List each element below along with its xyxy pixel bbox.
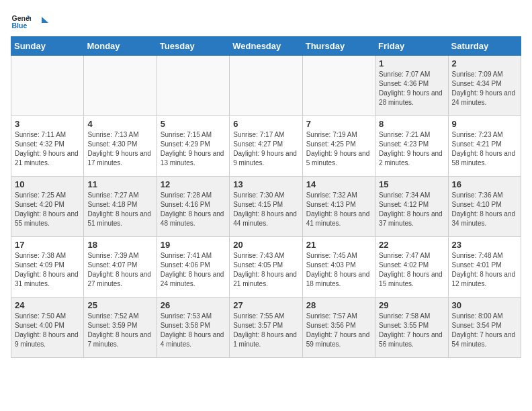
day-info: Sunrise: 7:19 AM Sunset: 4:25 PM Dayligh… [306,130,371,168]
calendar-day-cell: 3Sunrise: 7:11 AM Sunset: 4:32 PM Daylig… [11,116,84,177]
calendar-header-cell: Saturday [448,37,521,56]
day-info: Sunrise: 7:32 AM Sunset: 4:13 PM Dayligh… [306,191,371,228]
day-number: 25 [87,300,152,310]
calendar-day-cell: 16Sunrise: 7:36 AM Sunset: 4:10 PM Dayli… [448,177,521,237]
day-info: Sunrise: 7:30 AM Sunset: 4:15 PM Dayligh… [233,191,298,228]
calendar-day-cell: 18Sunrise: 7:39 AM Sunset: 4:07 PM Dayli… [84,237,157,298]
calendar-day-cell: 21Sunrise: 7:45 AM Sunset: 4:03 PM Dayli… [302,237,375,298]
day-number: 2 [452,58,517,68]
day-number: 24 [15,300,80,310]
calendar-day-cell: 29Sunrise: 7:58 AM Sunset: 3:55 PM Dayli… [375,298,448,358]
calendar-day-cell: 14Sunrise: 7:32 AM Sunset: 4:13 PM Dayli… [302,177,375,237]
day-number: 5 [161,119,226,129]
calendar-table: SundayMondayTuesdayWednesdayThursdayFrid… [11,36,521,358]
day-number: 12 [161,179,226,189]
calendar-week-row: 17Sunrise: 7:38 AM Sunset: 4:09 PM Dayli… [11,237,521,298]
calendar-day-cell: 22Sunrise: 7:47 AM Sunset: 4:02 PM Dayli… [375,237,448,298]
calendar-day-cell: 7Sunrise: 7:19 AM Sunset: 4:25 PM Daylig… [302,116,375,177]
day-info: Sunrise: 7:36 AM Sunset: 4:10 PM Dayligh… [452,191,517,228]
day-number: 4 [87,119,152,129]
day-info: Sunrise: 7:38 AM Sunset: 4:09 PM Dayligh… [15,251,80,289]
calendar-day-cell: 6Sunrise: 7:17 AM Sunset: 4:27 PM Daylig… [230,116,302,177]
day-info: Sunrise: 7:15 AM Sunset: 4:29 PM Dayligh… [161,130,226,168]
day-number: 27 [233,300,298,310]
day-number: 30 [452,300,517,310]
calendar-day-cell: 11Sunrise: 7:27 AM Sunset: 4:18 PM Dayli… [84,177,157,237]
calendar-day-cell: 23Sunrise: 7:48 AM Sunset: 4:01 PM Dayli… [448,237,521,298]
calendar-day-cell: 17Sunrise: 7:38 AM Sunset: 4:09 PM Dayli… [11,237,84,298]
day-number: 22 [379,240,444,250]
day-number: 20 [233,240,298,250]
calendar-day-cell: 5Sunrise: 7:15 AM Sunset: 4:29 PM Daylig… [157,116,229,177]
day-info: Sunrise: 7:25 AM Sunset: 4:20 PM Dayligh… [15,191,80,228]
day-number: 23 [452,240,517,250]
day-info: Sunrise: 7:27 AM Sunset: 4:18 PM Dayligh… [87,191,152,228]
day-number: 14 [306,179,371,189]
day-number: 19 [161,240,226,250]
calendar-header-cell: Wednesday [230,37,302,56]
calendar-day-cell [302,56,375,116]
day-info: Sunrise: 7:17 AM Sunset: 4:27 PM Dayligh… [233,130,298,168]
calendar-day-cell [84,56,157,116]
calendar-header-cell: Sunday [11,37,84,56]
day-number: 21 [306,240,371,250]
calendar-day-cell: 28Sunrise: 7:57 AM Sunset: 3:56 PM Dayli… [302,298,375,358]
day-number: 10 [15,179,80,189]
calendar-day-cell: 9Sunrise: 7:23 AM Sunset: 4:21 PM Daylig… [448,116,521,177]
day-number: 1 [379,58,444,68]
day-info: Sunrise: 7:57 AM Sunset: 3:56 PM Dayligh… [306,312,371,349]
calendar-header-cell: Tuesday [157,37,229,56]
calendar-week-row: 24Sunrise: 7:50 AM Sunset: 4:00 PM Dayli… [11,298,521,358]
day-info: Sunrise: 7:53 AM Sunset: 3:58 PM Dayligh… [161,312,226,349]
day-info: Sunrise: 7:41 AM Sunset: 4:06 PM Dayligh… [161,251,226,289]
calendar-header-cell: Thursday [302,37,375,56]
day-info: Sunrise: 7:39 AM Sunset: 4:07 PM Dayligh… [87,251,152,289]
calendar-week-row: 10Sunrise: 7:25 AM Sunset: 4:20 PM Dayli… [11,177,521,237]
calendar-day-cell: 26Sunrise: 7:53 AM Sunset: 3:58 PM Dayli… [157,298,229,358]
day-info: Sunrise: 7:55 AM Sunset: 3:57 PM Dayligh… [233,312,298,349]
day-number: 15 [379,179,444,189]
calendar-day-cell: 15Sunrise: 7:34 AM Sunset: 4:12 PM Dayli… [375,177,448,237]
day-number: 28 [306,300,371,310]
calendar-week-row: 3Sunrise: 7:11 AM Sunset: 4:32 PM Daylig… [11,116,521,177]
calendar-week-row: 1Sunrise: 7:07 AM Sunset: 4:36 PM Daylig… [11,56,521,116]
svg-text:Blue: Blue [12,21,28,30]
calendar-day-cell: 20Sunrise: 7:43 AM Sunset: 4:05 PM Dayli… [230,237,302,298]
day-info: Sunrise: 7:13 AM Sunset: 4:30 PM Dayligh… [87,130,152,168]
day-info: Sunrise: 7:58 AM Sunset: 3:55 PM Dayligh… [379,312,444,349]
calendar-day-cell: 27Sunrise: 7:55 AM Sunset: 3:57 PM Dayli… [230,298,302,358]
calendar-day-cell [11,56,84,116]
calendar-day-cell [230,56,302,116]
logo-flag-icon [34,15,48,30]
day-number: 13 [233,179,298,189]
day-number: 9 [452,119,517,129]
calendar-day-cell: 30Sunrise: 8:00 AM Sunset: 3:54 PM Dayli… [448,298,521,358]
calendar-day-cell: 13Sunrise: 7:30 AM Sunset: 4:15 PM Dayli… [230,177,302,237]
day-info: Sunrise: 8:00 AM Sunset: 3:54 PM Dayligh… [452,312,517,349]
calendar-day-cell: 12Sunrise: 7:28 AM Sunset: 4:16 PM Dayli… [157,177,229,237]
calendar-day-cell: 4Sunrise: 7:13 AM Sunset: 4:30 PM Daylig… [84,116,157,177]
calendar-day-cell: 24Sunrise: 7:50 AM Sunset: 4:00 PM Dayli… [11,298,84,358]
day-info: Sunrise: 7:45 AM Sunset: 4:03 PM Dayligh… [306,251,371,289]
calendar-header-cell: Friday [375,37,448,56]
day-info: Sunrise: 7:50 AM Sunset: 4:00 PM Dayligh… [15,312,80,349]
calendar-day-cell [157,56,229,116]
calendar-day-cell: 10Sunrise: 7:25 AM Sunset: 4:20 PM Dayli… [11,177,84,237]
logo-icon: General Blue [11,11,31,31]
day-number: 11 [87,179,152,189]
calendar-day-cell: 25Sunrise: 7:52 AM Sunset: 3:59 PM Dayli… [84,298,157,358]
day-number: 29 [379,300,444,310]
day-number: 16 [452,179,517,189]
calendar-header-row: SundayMondayTuesdayWednesdayThursdayFrid… [11,37,521,56]
day-info: Sunrise: 7:07 AM Sunset: 4:36 PM Dayligh… [379,70,444,107]
calendar-day-cell: 8Sunrise: 7:21 AM Sunset: 4:23 PM Daylig… [375,116,448,177]
page-header: General Blue [11,11,521,31]
calendar-day-cell: 2Sunrise: 7:09 AM Sunset: 4:34 PM Daylig… [448,56,521,116]
day-info: Sunrise: 7:52 AM Sunset: 3:59 PM Dayligh… [87,312,152,349]
day-number: 7 [306,119,371,129]
day-number: 3 [15,119,80,129]
calendar-day-cell: 1Sunrise: 7:07 AM Sunset: 4:36 PM Daylig… [375,56,448,116]
day-info: Sunrise: 7:43 AM Sunset: 4:05 PM Dayligh… [233,251,298,289]
day-info: Sunrise: 7:09 AM Sunset: 4:34 PM Dayligh… [452,70,517,107]
day-info: Sunrise: 7:47 AM Sunset: 4:02 PM Dayligh… [379,251,444,289]
